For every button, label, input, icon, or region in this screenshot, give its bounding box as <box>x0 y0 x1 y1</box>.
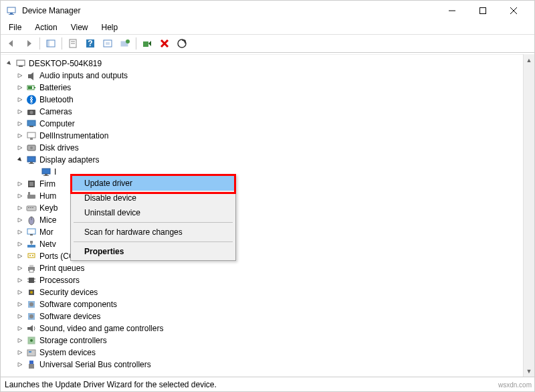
category-node[interactable]: Sound, video and game controllers <box>1 322 534 334</box>
svg-rect-78 <box>27 350 35 356</box>
category-node[interactable]: Batteries <box>1 82 534 94</box>
svg-rect-41 <box>45 174 47 175</box>
menu-help[interactable]: Help <box>96 21 124 33</box>
show-hide-button[interactable] <box>43 36 59 51</box>
forward-button[interactable] <box>21 36 37 51</box>
expander-icon[interactable] <box>15 95 25 104</box>
node-label: System devices <box>39 348 96 357</box>
software-icon <box>26 299 37 310</box>
scroll-up-icon[interactable]: ▲ <box>524 54 534 66</box>
action-button[interactable] <box>100 36 116 51</box>
node-label: Hum <box>39 191 56 201</box>
expander-icon[interactable] <box>15 252 25 261</box>
close-button[interactable] <box>498 1 529 21</box>
disable-button[interactable] <box>139 36 155 51</box>
category-node[interactable]: Processors <box>1 274 534 286</box>
expander-icon[interactable] <box>15 215 25 225</box>
expander-icon[interactable] <box>15 348 25 357</box>
separator <box>39 37 40 50</box>
scroll-down-icon[interactable]: ▼ <box>524 365 534 377</box>
category-node[interactable]: Disk drives <box>1 142 534 154</box>
ctx-disable-device[interactable]: Disable device <box>72 191 234 205</box>
expander-icon[interactable] <box>15 179 25 189</box>
category-node[interactable]: DellInstrumentation <box>1 130 534 142</box>
expander-icon[interactable] <box>15 107 25 116</box>
expander-icon[interactable] <box>15 203 25 213</box>
expander-icon[interactable] <box>15 324 25 333</box>
svg-rect-39 <box>29 163 34 164</box>
expander-icon[interactable] <box>15 312 25 321</box>
svg-rect-55 <box>27 245 35 248</box>
svg-rect-40 <box>42 169 50 174</box>
dell-icon <box>26 130 37 141</box>
maximize-button[interactable] <box>467 1 498 21</box>
node-label: Audio inputs and outputs <box>39 71 128 80</box>
category-node[interactable]: Software components <box>1 298 534 310</box>
node-label: Netv <box>39 239 56 249</box>
svg-rect-46 <box>28 192 30 195</box>
svg-rect-22 <box>17 60 25 66</box>
expander-icon[interactable] <box>15 264 25 273</box>
node-label: Batteries <box>39 83 71 92</box>
ctx-properties[interactable]: Properties <box>72 244 234 259</box>
menu-file[interactable]: File <box>3 21 27 33</box>
expander-icon[interactable] <box>15 71 25 80</box>
uninstall-button[interactable] <box>156 36 173 51</box>
expander-icon[interactable] <box>15 227 25 237</box>
expander-icon[interactable] <box>15 336 25 345</box>
help-button[interactable]: ? <box>82 36 98 51</box>
expander-icon[interactable] <box>15 360 25 369</box>
storage-icon <box>26 335 37 346</box>
expander-icon[interactable] <box>5 59 14 68</box>
node-label: Firm <box>39 179 56 189</box>
menu-action[interactable]: Action <box>29 21 62 33</box>
svg-rect-49 <box>30 207 31 208</box>
category-node[interactable]: Computer <box>1 118 534 130</box>
back-button[interactable] <box>3 36 19 51</box>
expander-icon[interactable] <box>15 155 25 165</box>
expander-icon[interactable] <box>15 276 25 285</box>
window-controls <box>437 1 529 21</box>
scan-button[interactable] <box>174 36 190 51</box>
expander-icon[interactable] <box>15 191 25 201</box>
mouse-icon <box>26 215 37 225</box>
ctx-scan-hardware[interactable]: Scan for hardware changes <box>72 225 234 239</box>
ctx-update-driver[interactable]: Update driver <box>72 176 234 191</box>
cpu-icon <box>26 275 37 286</box>
expander-icon[interactable] <box>15 288 25 297</box>
category-node[interactable]: Software devices <box>1 310 534 322</box>
expander-icon[interactable] <box>15 239 25 249</box>
node-label: Security devices <box>39 288 98 297</box>
category-node[interactable]: Universal Serial Bus controllers <box>1 359 534 371</box>
category-node[interactable]: Display adapters <box>1 154 534 166</box>
minimize-button[interactable] <box>437 1 467 21</box>
category-node[interactable]: Storage controllers <box>1 334 534 347</box>
printer-icon <box>26 263 37 274</box>
system-icon <box>26 347 37 358</box>
category-node[interactable]: Audio inputs and outputs <box>1 70 534 82</box>
expander-icon[interactable] <box>15 131 25 140</box>
category-node[interactable]: Print queues <box>1 262 534 274</box>
ctx-uninstall-device[interactable]: Uninstall device <box>72 205 234 220</box>
update-driver-button[interactable] <box>117 36 133 51</box>
node-label: I <box>54 167 56 177</box>
node-label: Universal Serial Bus controllers <box>39 360 151 369</box>
category-node[interactable]: Security devices <box>1 286 534 298</box>
svg-rect-42 <box>43 175 49 176</box>
svg-point-36 <box>30 146 33 149</box>
vertical-scrollbar[interactable]: ▲ ▼ <box>523 54 534 377</box>
expander-icon[interactable] <box>15 119 25 128</box>
root-node[interactable]: DESKTOP-504K819 <box>1 58 534 70</box>
expander-icon[interactable] <box>15 83 25 92</box>
svg-rect-34 <box>30 138 33 140</box>
menu-view[interactable]: View <box>66 21 94 33</box>
separator <box>74 241 233 242</box>
category-node[interactable]: System devices <box>1 347 534 359</box>
expander-icon[interactable] <box>15 143 25 153</box>
properties-button[interactable] <box>65 36 81 51</box>
category-node[interactable]: Cameras <box>1 106 534 118</box>
category-node[interactable]: Bluetooth <box>1 94 534 106</box>
svg-rect-58 <box>28 254 35 258</box>
svg-point-21 <box>178 39 186 47</box>
expander-icon[interactable] <box>15 300 25 309</box>
